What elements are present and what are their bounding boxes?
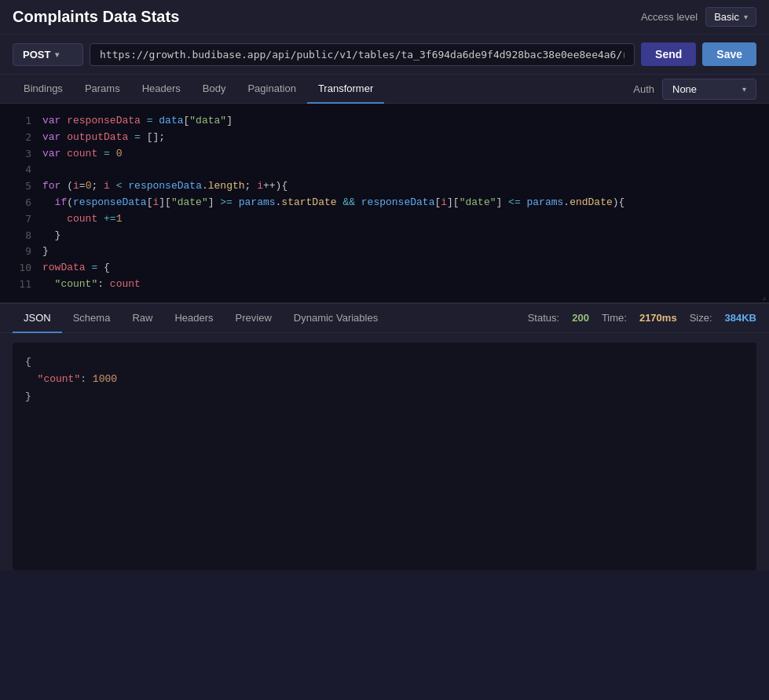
page-title: Complaints Data Stats xyxy=(13,8,179,26)
url-input[interactable] xyxy=(90,43,635,66)
code-line-4: 4 xyxy=(0,162,769,178)
method-dropdown[interactable]: POST ▾ xyxy=(13,43,83,66)
response-tab-raw[interactable]: Raw xyxy=(121,304,163,333)
resize-handle-icon[interactable]: ⌟ xyxy=(758,291,769,302)
response-meta: Status:200 Time:2170ms Size:384KB xyxy=(528,312,756,324)
tabs-right: Auth None ▾ xyxy=(633,79,756,100)
json-output: { "count": 1000 } xyxy=(13,343,756,570)
header-right: Access level Basic ▾ xyxy=(641,7,756,27)
json-line-3: } xyxy=(25,388,744,405)
code-line-9: 9 } xyxy=(0,244,769,260)
tab-params[interactable]: Params xyxy=(74,75,131,104)
time-label: Time: xyxy=(602,312,627,324)
response-tabs-area: JSON Schema Raw Headers Preview Dynamic … xyxy=(0,304,769,333)
save-button[interactable]: Save xyxy=(702,42,756,66)
tab-bindings[interactable]: Bindings xyxy=(13,75,74,104)
json-line-1: { xyxy=(25,354,744,371)
size-label: Size: xyxy=(690,312,712,324)
status-label: Status: xyxy=(528,312,559,324)
code-line-8: 8 } xyxy=(0,228,769,244)
code-line-3: 3 var count = 0 xyxy=(0,146,769,163)
code-line-7: 7 count +=1 xyxy=(0,211,769,228)
code-line-10: 10 rowData = { xyxy=(0,260,769,277)
response-tab-dynamic-variables[interactable]: Dynamic Variables xyxy=(283,304,389,333)
url-bar-area: POST ▾ Send Save xyxy=(0,35,769,75)
tab-headers[interactable]: Headers xyxy=(131,75,192,104)
access-level-value: Basic xyxy=(714,11,739,23)
access-level-chevron-icon: ▾ xyxy=(744,13,748,21)
code-line-11: 11 "count": count xyxy=(0,277,769,293)
response-tab-preview[interactable]: Preview xyxy=(225,304,283,333)
auth-value: None xyxy=(672,83,697,95)
method-chevron-icon: ▾ xyxy=(55,50,59,59)
tab-transformer[interactable]: Transformer xyxy=(307,75,384,104)
request-tabs-area: Bindings Params Headers Body Pagination … xyxy=(0,75,769,104)
auth-chevron-icon: ▾ xyxy=(742,85,746,93)
header: Complaints Data Stats Access level Basic… xyxy=(0,0,769,35)
code-editor[interactable]: 1 var responseData = data["data"] 2 var … xyxy=(0,104,769,303)
status-value: 200 xyxy=(572,312,589,324)
auth-label: Auth xyxy=(633,83,654,95)
code-line-5: 5 for (i=0; i < responseData.length; i++… xyxy=(0,178,769,195)
access-level-dropdown[interactable]: Basic ▾ xyxy=(705,7,756,27)
auth-dropdown[interactable]: None ▾ xyxy=(662,79,756,100)
response-tab-headers[interactable]: Headers xyxy=(163,304,224,333)
response-tab-json[interactable]: JSON xyxy=(13,304,62,333)
time-value: 2170ms xyxy=(639,312,677,324)
request-tabs-left: Bindings Params Headers Body Pagination … xyxy=(13,75,384,103)
method-value: POST xyxy=(23,49,50,60)
json-line-2: "count": 1000 xyxy=(25,371,744,388)
response-section: JSON Schema Raw Headers Preview Dynamic … xyxy=(0,304,769,570)
response-tab-schema[interactable]: Schema xyxy=(62,304,122,333)
tab-pagination[interactable]: Pagination xyxy=(236,75,306,104)
code-line-2: 2 var outputData = []; xyxy=(0,130,769,146)
send-button[interactable]: Send xyxy=(641,42,696,66)
access-level-label: Access level xyxy=(641,11,698,23)
tab-body[interactable]: Body xyxy=(192,75,237,104)
response-tabs-left: JSON Schema Raw Headers Preview Dynamic … xyxy=(13,304,389,332)
code-line-1: 1 var responseData = data["data"] xyxy=(0,113,769,130)
code-line-6: 6 if(responseData[i]["date"] >= params.s… xyxy=(0,195,769,211)
size-value: 384KB xyxy=(725,312,756,324)
